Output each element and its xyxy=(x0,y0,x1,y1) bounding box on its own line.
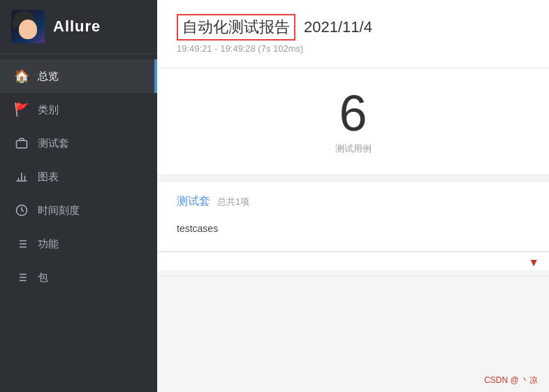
report-title: 自动化测试报告 xyxy=(182,18,290,36)
suite-section: 测试套 总共1项 testcases xyxy=(157,181,549,252)
sidebar-item-label-category: 类别 xyxy=(38,103,59,117)
stats-section: 6 测试用例 xyxy=(157,68,549,175)
avatar xyxy=(11,10,45,43)
report-time: 19:49:21 - 19:49:28 (7s 102ms) xyxy=(177,43,529,54)
clock-icon xyxy=(14,203,29,218)
suite-item[interactable]: testcases xyxy=(177,219,529,238)
sidebar-item-label-overview: 总览 xyxy=(38,70,59,83)
sidebar-item-label-graphs: 图表 xyxy=(38,170,59,184)
sidebar-item-suites[interactable]: 测试套 xyxy=(0,126,157,160)
svg-rect-0 xyxy=(17,140,27,148)
sidebar-item-label-packages: 包 xyxy=(38,271,48,284)
briefcase-icon xyxy=(14,136,29,151)
test-count: 6 xyxy=(339,88,367,138)
sidebar-item-overview[interactable]: 🏠 总览 xyxy=(0,59,157,93)
sidebar-item-category[interactable]: 🚩 类别 xyxy=(0,93,157,126)
brand-title: Allure xyxy=(53,17,101,36)
chart-icon xyxy=(14,169,29,184)
watermark-text: CSDN @ 丶凉 xyxy=(484,375,538,385)
main-content: 自动化测试报告 2021/11/4 19:49:21 - 19:49:28 (7… xyxy=(157,0,549,392)
bottom-divider xyxy=(157,276,549,277)
sidebar-item-packages[interactable]: 包 xyxy=(0,261,157,294)
report-title-row: 自动化测试报告 2021/11/4 xyxy=(177,14,529,41)
sidebar-item-graphs[interactable]: 图表 xyxy=(0,160,157,194)
report-title-box: 自动化测试报告 xyxy=(177,14,295,41)
suite-header: 测试套 总共1项 xyxy=(177,194,529,209)
suite-title: 测试套 xyxy=(177,194,210,209)
package-icon xyxy=(14,270,29,285)
sidebar-item-features[interactable]: 功能 xyxy=(0,227,157,261)
home-icon: 🏠 xyxy=(14,68,29,84)
sidebar-item-label-timeline: 时间刻度 xyxy=(38,204,80,217)
scroll-hint-row: ▼ xyxy=(157,252,549,270)
report-date: 2021/11/4 xyxy=(304,18,372,36)
sidebar: Allure 🏠 总览 🚩 类别 测试套 xyxy=(0,0,157,392)
sidebar-item-label-features: 功能 xyxy=(38,238,59,251)
sidebar-header: Allure xyxy=(0,0,157,54)
sidebar-nav: 🏠 总览 🚩 类别 测试套 xyxy=(0,54,157,392)
scroll-down-icon: ▼ xyxy=(528,256,539,269)
test-count-label: 测试用例 xyxy=(335,143,372,155)
sidebar-item-label-suites: 测试套 xyxy=(38,137,69,150)
report-header: 自动化测试报告 2021/11/4 19:49:21 - 19:49:28 (7… xyxy=(157,0,549,68)
flag-icon: 🚩 xyxy=(14,102,29,117)
suite-count: 总共1项 xyxy=(217,196,249,208)
watermark: CSDN @ 丶凉 xyxy=(157,369,549,392)
list-icon xyxy=(14,236,29,252)
sidebar-item-timeline[interactable]: 时间刻度 xyxy=(0,194,157,227)
